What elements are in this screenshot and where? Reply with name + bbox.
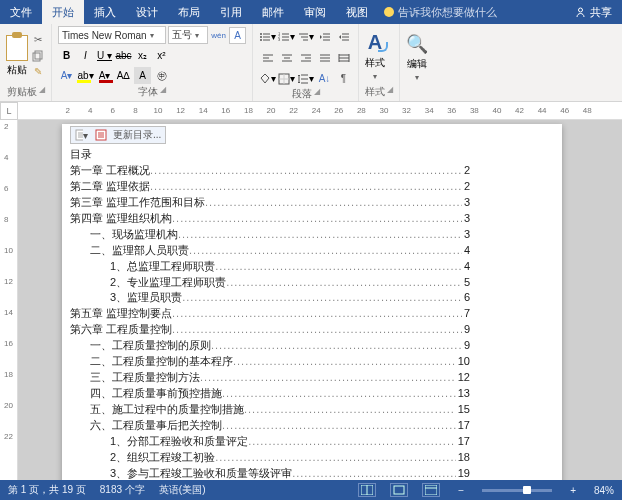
read-mode-button[interactable] [358, 483, 376, 497]
print-layout-button[interactable] [390, 483, 408, 497]
align-center-button[interactable] [278, 49, 295, 66]
increase-indent-button[interactable] [335, 28, 352, 45]
tab-review[interactable]: 审阅 [294, 0, 336, 24]
vertical-ruler[interactable]: 246810121416182022 [0, 120, 18, 480]
web-layout-button[interactable] [422, 483, 440, 497]
update-toc-button[interactable]: 更新目录... [113, 128, 161, 142]
sort-button[interactable]: A↓ [316, 70, 333, 87]
toc-entry[interactable]: 第一章 工程概况................................… [70, 163, 470, 179]
horizontal-ruler[interactable]: L 24681012141618202224262830323436384042… [0, 102, 622, 120]
font-launcher[interactable]: ◢ [160, 85, 166, 99]
toc-entry[interactable]: 第二章 监理依据................................… [70, 179, 470, 195]
toc-entry[interactable]: 1、分部工程验收和质量评定...........................… [70, 434, 470, 450]
toc-page-number: 3 [462, 211, 470, 227]
strikethrough-button[interactable]: abc [115, 47, 132, 64]
bullets-button[interactable]: ▾ [259, 28, 276, 45]
char-shading-button[interactable]: A [134, 67, 151, 84]
decrease-indent-button[interactable] [316, 28, 333, 45]
bold-button[interactable]: B [58, 47, 75, 64]
tab-layout[interactable]: 布局 [168, 0, 210, 24]
zoom-in-button[interactable]: + [566, 485, 580, 496]
multilevel-list-button[interactable]: ▾ [297, 28, 314, 45]
show-marks-button[interactable]: ¶ [335, 70, 352, 87]
ruler-tick: 16 [4, 339, 13, 355]
toc-entry[interactable]: 第三章 监理工作范围和目标...........................… [70, 195, 470, 211]
shading-button[interactable]: ▾ [259, 70, 276, 87]
toc-entry[interactable]: 3、监理员职责.................................… [70, 290, 470, 306]
styles-launcher[interactable]: ◢ [387, 85, 393, 99]
font-size-combo[interactable]: 五号▾ [168, 26, 208, 44]
enclose-char-button[interactable]: ㊥ [153, 67, 170, 84]
tab-file[interactable]: 文件 [0, 0, 42, 24]
toc-entry[interactable]: 二、工程质量控制的基本程序...........................… [70, 354, 470, 370]
toc-entry[interactable]: 第六章 工程质量控制..............................… [70, 322, 470, 338]
toc-entry-text: 2、组织工程竣工初验 [110, 450, 215, 466]
svg-rect-1 [33, 53, 40, 61]
italic-button[interactable]: I [77, 47, 94, 64]
toc-menu-icon[interactable]: ▾ [75, 129, 88, 142]
toc-entry[interactable]: 五、施工过程中的质量控制措施..........................… [70, 402, 470, 418]
tab-insert[interactable]: 插入 [84, 0, 126, 24]
paragraph-launcher[interactable]: ◢ [314, 87, 320, 101]
distributed-button[interactable] [335, 49, 352, 66]
toc-entry[interactable]: 四、工程质量事前预控措施............................… [70, 386, 470, 402]
toc-entry-text: 第二章 监理依据 [70, 179, 150, 195]
page[interactable]: ▾ 更新目录... 目录 第一章 工程概况...................… [62, 124, 562, 480]
toc-control-bar[interactable]: ▾ 更新目录... [70, 126, 166, 144]
toc-entry[interactable]: 1、总监理工程师职责..............................… [70, 259, 470, 275]
text-effects-button[interactable]: A▾ [58, 67, 75, 84]
copy-button[interactable] [31, 49, 45, 63]
styles-button[interactable]: A 样式 ▾ [365, 31, 385, 81]
share-button[interactable]: 共享 [565, 0, 622, 24]
document-scroll[interactable]: ▾ 更新目录... 目录 第一章 工程概况...................… [18, 120, 622, 480]
word-count[interactable]: 8183 个字 [100, 483, 145, 497]
justify-button[interactable] [316, 49, 333, 66]
zoom-out-button[interactable]: − [454, 485, 468, 496]
tab-home[interactable]: 开始 [42, 0, 84, 24]
tab-mail[interactable]: 邮件 [252, 0, 294, 24]
highlight-button[interactable]: ab▾ [77, 67, 94, 84]
superscript-button[interactable]: x² [153, 47, 170, 64]
grow-font-button[interactable]: Aᐃ [115, 67, 132, 84]
underline-button[interactable]: U ▾ [96, 47, 113, 64]
toc-entry[interactable]: 一、工程质量控制的原则.............................… [70, 338, 470, 354]
borders-button[interactable]: ▾ [278, 70, 295, 87]
tab-design[interactable]: 设计 [126, 0, 168, 24]
toc-entry[interactable]: 三、工程质量控制方法..............................… [70, 370, 470, 386]
clipboard-launcher[interactable]: ◢ [39, 85, 45, 99]
character-border-button[interactable]: A [229, 27, 246, 44]
toc-entry[interactable]: 2、专业监理工程师职责.............................… [70, 275, 470, 291]
svg-rect-13 [394, 486, 404, 494]
subscript-button[interactable]: x₂ [134, 47, 151, 64]
tab-view[interactable]: 视图 [336, 0, 378, 24]
font-name-combo[interactable]: Times New Roman▾ [58, 26, 166, 44]
toc-entry[interactable]: 六、工程质量事后把关控制............................… [70, 418, 470, 434]
language-indicator[interactable]: 英语(美国) [159, 483, 206, 497]
update-toc-icon[interactable] [94, 129, 107, 142]
font-color-button[interactable]: A▾ [96, 67, 113, 84]
toc-entry[interactable]: 二、监理部人员职责...............................… [70, 243, 470, 259]
editing-btn-label: 编辑 [407, 57, 427, 71]
align-left-button[interactable] [259, 49, 276, 66]
toc-entry[interactable]: 3、参与工程竣工验收和质量等级评审.......................… [70, 466, 470, 480]
paste-button[interactable]: 粘贴 [6, 35, 28, 77]
line-spacing-button[interactable]: ▾ [297, 70, 314, 87]
phonetic-guide-button[interactable]: wén [210, 27, 227, 44]
table-of-contents[interactable]: 目录 第一章 工程概况.............................… [70, 147, 470, 480]
zoom-slider[interactable] [482, 489, 552, 492]
toc-entry[interactable]: 第五章 监理控制要点..............................… [70, 306, 470, 322]
numbering-button[interactable]: 123▾ [278, 28, 295, 45]
zoom-level[interactable]: 84% [594, 485, 614, 496]
tab-references[interactable]: 引用 [210, 0, 252, 24]
align-right-button[interactable] [297, 49, 314, 66]
tell-me-input[interactable]: 告诉我你想要做什么 [398, 5, 497, 20]
ruler-corner[interactable]: L [0, 102, 18, 120]
toc-entry[interactable]: 一、现场监理机构................................… [70, 227, 470, 243]
editing-button[interactable]: 🔍 编辑 ▾ [406, 33, 428, 82]
toc-entry[interactable]: 2、组织工程竣工初验..............................… [70, 450, 470, 466]
format-painter-button[interactable]: ✎ [31, 65, 45, 79]
cut-button[interactable]: ✂ [31, 33, 45, 47]
toc-entry[interactable]: 第四章 监理组织机构..............................… [70, 211, 470, 227]
page-indicator[interactable]: 第 1 页，共 19 页 [8, 483, 86, 497]
toc-leader: ........................................… [189, 243, 462, 259]
